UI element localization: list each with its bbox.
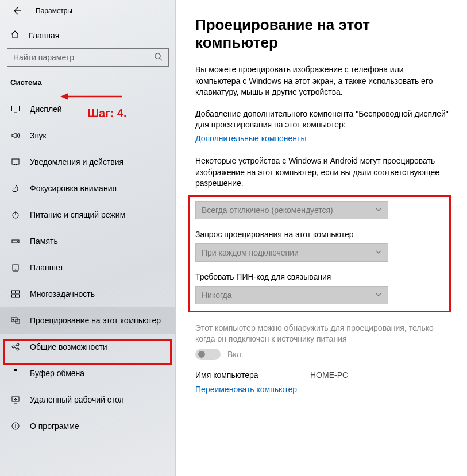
sidebar-item-label: Уведомления и действия: [30, 157, 123, 167]
focus-icon: [10, 184, 21, 193]
sidebar-item-label: Буфер обмена: [30, 369, 84, 378]
svg-point-5: [17, 241, 18, 242]
sidebar-item-focus[interactable]: Фокусировка внимания: [0, 175, 175, 202]
page-title: Проецирование на этот компьютер: [195, 16, 450, 52]
svg-rect-10: [12, 295, 16, 297]
dropdown-availability-value: Всегда отключено (рекомендуется): [202, 206, 333, 215]
nav-list: ДисплейЗвукУведомления и действияФокусир…: [0, 90, 175, 439]
sidebar-item-label: Звук: [30, 131, 47, 140]
dropdown-ask-project-value: При каждом подключении: [202, 248, 299, 257]
sidebar-item-shared[interactable]: Общие возможности: [0, 334, 175, 360]
svg-rect-9: [16, 291, 20, 293]
svg-rect-8: [12, 291, 16, 293]
sidebar-item-label: Дисплей: [30, 105, 62, 114]
discover-note: Этот компьютер можно обнаружить для прое…: [195, 323, 450, 345]
sidebar-item-about[interactable]: О программе: [0, 413, 175, 439]
chevron-down-icon: [375, 291, 382, 300]
notify-icon: [10, 157, 21, 167]
toggle-discoverable-label: Вкл.: [227, 350, 244, 359]
sidebar-item-project[interactable]: Проецирование на этот компьютер: [0, 307, 175, 334]
sidebar-item-tablet[interactable]: Планшет: [0, 254, 175, 281]
main-pane: Проецирование на этот компьютер Вы может…: [176, 0, 467, 476]
sidebar-item-label: Фокусировка внимания: [30, 184, 117, 193]
annotation-step-label: Шаг: 4.: [87, 107, 126, 120]
display-icon: [10, 105, 21, 114]
sidebar-item-label: Многозадачность: [30, 289, 95, 299]
dropdown-availability[interactable]: Всегда отключено (рекомендуется): [195, 201, 388, 219]
search-placeholder: Найти параметр: [13, 53, 74, 62]
power-icon: [10, 210, 21, 219]
svg-point-14: [12, 346, 14, 348]
storage-icon: [10, 237, 21, 246]
multitask-icon: [10, 289, 21, 299]
sidebar-item-notify[interactable]: Уведомления и действия: [0, 149, 175, 175]
sidebar-item-multitask[interactable]: Многозадачность: [0, 281, 175, 307]
svg-marker-23: [60, 93, 68, 100]
tablet-icon: [10, 263, 21, 272]
dropdown-require-pin[interactable]: Никогда: [195, 286, 388, 304]
toggle-discoverable[interactable]: [195, 349, 221, 360]
back-button[interactable]: [9, 3, 24, 18]
annotation-arrow-icon: [60, 91, 123, 102]
nav-home[interactable]: Главная: [0, 24, 175, 48]
sidebar: Параметры Главная Найти параметр Система…: [0, 0, 176, 476]
search-input[interactable]: Найти параметр: [7, 48, 169, 67]
home-icon: [10, 30, 20, 41]
svg-point-21: [15, 424, 16, 425]
remote-icon: [10, 395, 21, 404]
addon-note: Добавление дополнительного компонента "Б…: [195, 109, 450, 131]
sidebar-item-label: Общие возможности: [30, 342, 107, 351]
svg-rect-1: [12, 106, 20, 111]
svg-rect-17: [13, 370, 18, 377]
sidebar-item-clipboard[interactable]: Буфер обмена: [0, 360, 175, 386]
sound-icon: [10, 131, 21, 140]
section-label: Система: [0, 67, 175, 90]
settings-group: Всегда отключено (рекомендуется) Запрос …: [188, 195, 450, 312]
svg-rect-2: [12, 159, 19, 164]
chevron-down-icon: [375, 206, 382, 215]
label-require-pin: Требовать ПИН-код для связывания: [195, 272, 443, 281]
project-icon: [10, 316, 21, 325]
pc-name-label: Имя компьютера: [195, 370, 310, 380]
sidebar-item-storage[interactable]: Память: [0, 228, 175, 254]
sidebar-item-label: Питание и спящий режим: [30, 210, 125, 219]
svg-point-7: [15, 269, 16, 270]
arrow-left-icon: [12, 6, 21, 16]
permission-note: Некоторые устройства с Windows и Android…: [195, 156, 450, 189]
sidebar-item-label: Удаленный рабочий стол: [30, 395, 124, 404]
sidebar-item-sound[interactable]: Звук: [0, 122, 175, 149]
svg-point-16: [17, 348, 19, 350]
search-icon: [154, 52, 163, 63]
clipboard-icon: [10, 369, 21, 378]
svg-point-0: [155, 53, 160, 58]
sidebar-item-label: Планшет: [30, 263, 64, 272]
svg-rect-11: [16, 295, 20, 297]
chevron-down-icon: [375, 248, 382, 257]
sidebar-item-label: Проецирование на этот компьютер: [30, 316, 161, 325]
sidebar-item-label: Память: [30, 237, 58, 246]
shared-icon: [10, 342, 21, 351]
rename-pc-link[interactable]: Переименовать компьютер: [195, 385, 297, 394]
app-title: Параметры: [36, 7, 72, 15]
pc-name-value: HOME-PC: [310, 370, 348, 380]
dropdown-ask-project[interactable]: При каждом подключении: [195, 243, 388, 262]
dropdown-require-pin-value: Никогда: [202, 291, 231, 300]
label-ask-project: Запрос проецирования на этот компьютер: [195, 230, 443, 239]
sidebar-item-remote[interactable]: Удаленный рабочий стол: [0, 386, 175, 413]
intro-text: Вы можете проецировать изображение с тел…: [195, 64, 450, 98]
sidebar-item-label: О программе: [30, 421, 79, 431]
about-icon: [10, 421, 21, 431]
addon-link[interactable]: Дополнительные компоненты: [195, 134, 307, 143]
svg-point-15: [17, 343, 19, 346]
nav-home-label: Главная: [29, 31, 59, 40]
sidebar-item-power[interactable]: Питание и спящий режим: [0, 202, 175, 228]
